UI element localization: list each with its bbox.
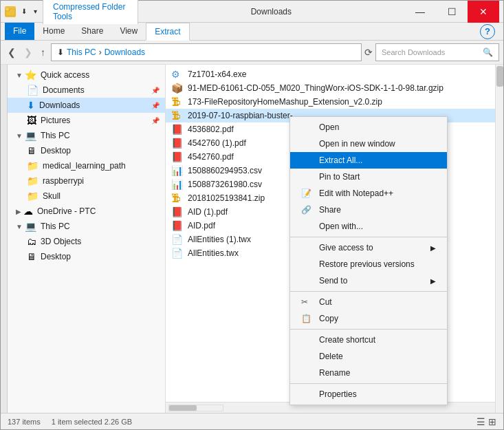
cm-copy[interactable]: 📋 Copy <box>290 310 447 327</box>
pdf2-icon: 📕 <box>171 138 184 149</box>
sidebar-item-downloads[interactable]: ⬇ Downloads 📌 <box>8 98 165 113</box>
app-icon <box>5 6 16 17</box>
raspberrypi-icon: 📁 <box>27 175 39 186</box>
cm-copy-icon: 📋 <box>301 314 315 323</box>
cm-open[interactable]: Open <box>290 119 447 136</box>
large-icon-view-button[interactable]: ⊞ <box>488 416 496 427</box>
cm-cut-icon: ✂ <box>301 297 315 307</box>
cm-pin-start[interactable]: Pin to Start <box>290 169 447 185</box>
path-downloads: Downloads <box>105 47 145 57</box>
window-controls: — ☐ ✕ <box>404 1 499 23</box>
sidebar-expand-quick-access: ▼ <box>16 72 23 79</box>
search-placeholder: Search Downloads <box>382 48 445 56</box>
up-button[interactable]: ↑ <box>38 45 48 59</box>
pin-icon-pictures: 📌 <box>151 117 160 125</box>
horizontal-scrollbar-thumb[interactable] <box>169 405 197 411</box>
details-view-button[interactable]: ☰ <box>476 416 485 427</box>
sidebar-item-desktop2[interactable]: 🖥 Desktop <box>8 249 165 264</box>
cm-send-to-arrow: ▶ <box>430 277 436 285</box>
sidebar-item-documents[interactable]: 📄 Documents 📌 <box>8 83 165 98</box>
cm-share[interactable]: 🔗 Share <box>290 202 447 218</box>
pdf3-icon: 📕 <box>171 151 184 162</box>
zip2-icon: 🗜 <box>171 193 184 204</box>
cm-open-new-window[interactable]: Open in new window <box>290 136 447 152</box>
sidebar-item-raspberrypi[interactable]: 📁 raspberrypi <box>8 173 165 189</box>
cm-send-to[interactable]: Send to ▶ <box>290 272 447 289</box>
status-items: 137 items <box>8 418 41 426</box>
sidebar-item-onedrive[interactable]: ▶ ☁ OneDrive - PTC <box>8 204 165 219</box>
ribbon-tabs: File Home Share View Extract ? <box>1 23 503 41</box>
downloads-icon: ⬇ <box>27 100 35 111</box>
file-item-zip1[interactable]: 🗜 173-FileRepositoryHomeMashup_Extension… <box>166 95 495 109</box>
back-button[interactable]: ❮ <box>5 45 19 59</box>
sidebar-item-desktop[interactable]: 🖥 Desktop <box>8 143 165 158</box>
close-button[interactable]: ✕ <box>468 1 499 23</box>
qat-dropdown-button[interactable]: ▾ <box>31 6 40 17</box>
tab-view[interactable]: View <box>111 23 146 40</box>
pdf1-icon: 📕 <box>171 124 184 135</box>
cm-delete[interactable]: Delete <box>290 348 447 365</box>
cm-separator-3 <box>290 329 447 330</box>
tab-home[interactable]: Home <box>34 23 73 40</box>
cm-extract-all[interactable]: Extract All... <box>290 152 447 169</box>
file-item-tar[interactable]: 📦 91-MED-61061-CD-055_M020_ThingWorx-iOS… <box>166 81 495 95</box>
help-button[interactable]: ? <box>480 24 495 39</box>
sidebar-item-thispc2[interactable]: ▼ 💻 This PC <box>8 219 165 234</box>
status-bar: 137 items 1 item selected 2.26 GB ☰ ⊞ <box>1 413 503 429</box>
scrollbar-thumb[interactable] <box>496 66 503 87</box>
tab-share[interactable]: Share <box>73 23 111 40</box>
maximize-button[interactable]: ☐ <box>436 1 468 23</box>
vertical-scrollbar[interactable] <box>495 65 503 413</box>
sidebar-item-3dobjects[interactable]: 🗂 3D Objects <box>8 234 165 249</box>
sidebar-item-pictures[interactable]: 🖼 Pictures 📌 <box>8 113 165 128</box>
title-bar-left: ⬇ ▾ Compressed Folder Tools <box>5 0 138 24</box>
cm-separator-4 <box>290 383 447 384</box>
search-box[interactable]: Search Downloads 🔍 <box>375 43 499 61</box>
tab-file[interactable]: File <box>5 23 34 40</box>
exe-icon: ⚙ <box>171 69 184 80</box>
sidebar-item-thispc[interactable]: ▼ 💻 This PC <box>8 128 165 143</box>
cm-rename[interactable]: Rename <box>290 365 447 381</box>
cm-cut[interactable]: ✂ Cut <box>290 294 447 310</box>
medical-icon: 📁 <box>27 160 39 171</box>
tab-compressed-folder[interactable]: Compressed Folder Tools <box>43 0 138 24</box>
sidebar-item-medical[interactable]: 📁 medical_learning_path <box>8 158 165 173</box>
documents-icon: 📄 <box>27 85 39 96</box>
qat-properties-button[interactable]: ⬇ <box>19 6 30 17</box>
refresh-button[interactable]: ⟳ <box>364 47 373 58</box>
skull-icon: 📁 <box>27 191 39 202</box>
cm-edit-icon: 📝 <box>301 189 315 198</box>
cm-create-shortcut[interactable]: Create shortcut <box>290 332 447 348</box>
minimize-button[interactable]: — <box>404 1 436 23</box>
quick-access-icon: ⭐ <box>25 69 36 80</box>
sidebar-expand-onedrive: ▶ <box>16 208 21 215</box>
sidebar-quick-access[interactable]: ▼ ⭐ Quick access <box>8 67 165 83</box>
title-bar: ⬇ ▾ Compressed Folder Tools Downloads — … <box>1 1 503 23</box>
cm-separator-1 <box>290 237 447 237</box>
cm-share-icon: 🔗 <box>301 205 315 215</box>
tab-extract[interactable]: Extract <box>146 23 189 41</box>
pin-icon: 📌 <box>151 87 160 94</box>
zip1-icon: 🗜 <box>171 96 184 107</box>
file-explorer-window: ⬇ ▾ Compressed Folder Tools Downloads — … <box>0 0 504 430</box>
aid1-icon: 📕 <box>171 206 184 217</box>
address-path[interactable]: ⬇ This PC › Downloads <box>51 43 362 61</box>
sidebar-item-skull[interactable]: 📁 Skull <box>8 189 165 204</box>
aid2-icon: 📕 <box>171 220 184 231</box>
cm-restore-versions[interactable]: Restore previous versions <box>290 256 447 272</box>
raspbian-icon: 🗜 <box>171 110 184 121</box>
search-icon: 🔍 <box>483 47 493 57</box>
cm-give-access-arrow: ▶ <box>430 244 436 252</box>
cm-properties[interactable]: Properties <box>290 386 447 402</box>
horizontal-scroll-thumb-area[interactable] <box>168 405 223 411</box>
ribbon-tab-section: Compressed Folder Tools <box>43 0 138 24</box>
cm-open-with[interactable]: Open with... <box>290 218 447 235</box>
csv1-icon: 📊 <box>171 165 184 176</box>
file-item-7z[interactable]: ⚙ 7z1701-x64.exe <box>166 67 495 81</box>
forward-button[interactable]: ❯ <box>21 45 35 59</box>
sidebar-expand-thispc2: ▼ <box>16 223 23 230</box>
csv2-icon: 📊 <box>171 179 184 190</box>
cm-edit-notepad[interactable]: 📝 Edit with Notepad++ <box>290 185 447 202</box>
cm-give-access[interactable]: Give access to ▶ <box>290 239 447 256</box>
status-selected: 1 item selected 2.26 GB <box>52 418 132 426</box>
